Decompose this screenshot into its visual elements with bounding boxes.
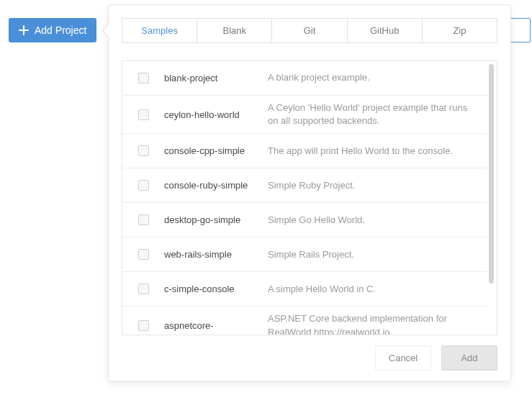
add-project-popover: Samples Blank Git GitHub Zip blank-proje… bbox=[108, 4, 511, 381]
add-project-button[interactable]: Add Project bbox=[9, 18, 96, 42]
dialog-footer: Cancel Add bbox=[122, 345, 497, 371]
list-item: console-ruby-simple Simple Ruby Project. bbox=[122, 168, 487, 203]
plus-icon bbox=[19, 25, 29, 35]
tab-zip[interactable]: Zip bbox=[423, 19, 497, 42]
list-item: desktop-go-simple Simple Go Hello World. bbox=[122, 203, 487, 237]
add-project-label: Add Project bbox=[35, 24, 86, 36]
add-button[interactable]: Add bbox=[441, 345, 497, 371]
sample-name: ceylon-hello-world bbox=[164, 109, 268, 120]
samples-list: blank-project A blank project example. c… bbox=[122, 60, 497, 335]
row-checkbox[interactable] bbox=[138, 145, 149, 156]
sample-description: Simple Go Hello World. bbox=[268, 214, 487, 227]
sample-description: A simple Hello World in C. bbox=[268, 283, 487, 296]
list-item: ceylon-hello-world A Ceylon 'Hello World… bbox=[122, 96, 487, 134]
sample-name: blank-project bbox=[164, 73, 268, 83]
tab-samples[interactable]: Samples bbox=[122, 19, 197, 42]
tab-blank[interactable]: Blank bbox=[197, 19, 272, 42]
sample-description: ASP.NET Core backend implementation for … bbox=[268, 312, 487, 335]
source-tabs: Samples Blank Git GitHub Zip bbox=[122, 18, 497, 43]
sample-name: web-rails-simple bbox=[164, 249, 268, 260]
sample-name: c-simple-console bbox=[164, 284, 268, 294]
list-item: web-rails-simple Simple Rails Project. bbox=[122, 237, 487, 272]
list-item: console-cpp-simple The app will print He… bbox=[122, 134, 487, 168]
row-checkbox[interactable] bbox=[138, 180, 149, 191]
sample-description: A Ceylon 'Hello World' project example t… bbox=[268, 101, 487, 127]
list-item: blank-project A blank project example. bbox=[122, 61, 487, 96]
row-checkbox[interactable] bbox=[138, 109, 149, 120]
tab-github[interactable]: GitHub bbox=[348, 19, 423, 42]
row-checkbox[interactable] bbox=[138, 73, 149, 83]
sample-description: Simple Ruby Project. bbox=[268, 179, 487, 192]
row-checkbox[interactable] bbox=[138, 284, 149, 294]
sample-name: console-cpp-simple bbox=[164, 145, 268, 156]
scrollbar[interactable] bbox=[489, 64, 494, 284]
sample-description: A blank project example. bbox=[268, 71, 487, 84]
row-checkbox[interactable] bbox=[138, 214, 149, 225]
row-checkbox[interactable] bbox=[138, 320, 149, 331]
list-item: c-simple-console A simple Hello World in… bbox=[122, 272, 487, 307]
row-checkbox[interactable] bbox=[138, 249, 149, 260]
list-item: aspnetcore- ASP.NET Core backend impleme… bbox=[122, 307, 487, 335]
sample-name: aspnetcore- bbox=[164, 320, 268, 331]
cancel-button[interactable]: Cancel bbox=[375, 345, 431, 371]
sample-description: Simple Rails Project. bbox=[268, 248, 487, 261]
tab-git[interactable]: Git bbox=[272, 19, 347, 42]
sample-name: desktop-go-simple bbox=[164, 214, 268, 225]
sample-name: console-ruby-simple bbox=[164, 180, 268, 191]
sample-description: The app will print Hello World to the co… bbox=[268, 145, 487, 158]
